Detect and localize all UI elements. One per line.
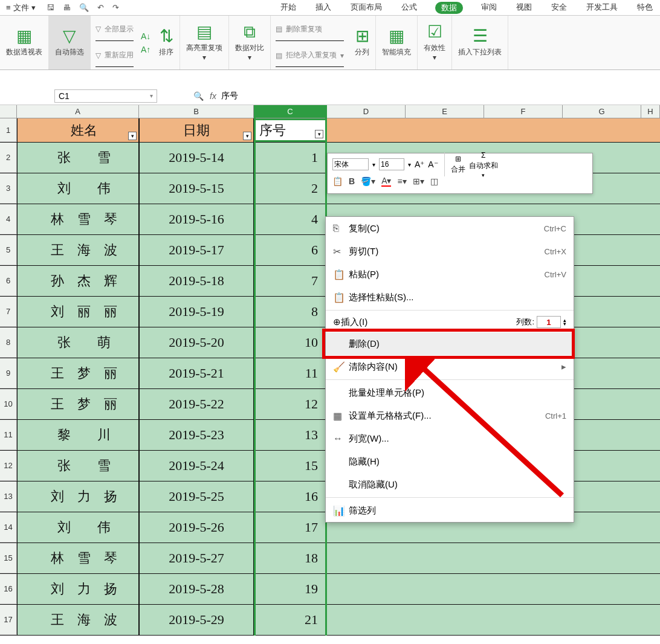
col-header-D[interactable]: D <box>327 105 406 118</box>
clipboard-icon[interactable]: 📋 <box>332 176 343 186</box>
cell-date[interactable]: 2019-5-21 <box>139 358 254 388</box>
ribbon-compare[interactable]: ⧉数据对比▾ <box>229 16 271 69</box>
empty-cells[interactable] <box>327 118 660 142</box>
row-header[interactable]: 7 <box>0 297 17 327</box>
row-header[interactable]: 11 <box>0 420 17 450</box>
cell-date[interactable]: 2019-5-16 <box>139 204 254 234</box>
autosum-button[interactable]: Σ自动求和▾ <box>469 151 498 178</box>
ctx-colwidth[interactable]: ↔列宽(W)... <box>326 427 574 450</box>
cell-name[interactable]: 刘 丽 丽 <box>17 297 139 327</box>
zoom-icon[interactable]: 🔍 <box>193 91 204 101</box>
reapply[interactable]: ▽重新应用 <box>95 45 134 68</box>
format-icon[interactable]: ◫ <box>430 176 438 186</box>
ctx-paste[interactable]: 📋粘贴(P)Ctrl+V <box>326 263 574 286</box>
sort-icons[interactable]: A↓A↑ <box>138 16 153 69</box>
cell-name[interactable]: 刘 伟 <box>17 512 139 543</box>
cell-date[interactable]: 2019-5-26 <box>139 512 254 543</box>
ctx-cut[interactable]: ✂剪切(T)Ctrl+X <box>326 240 574 263</box>
cell-name[interactable]: 刘 伟 <box>17 173 139 204</box>
ctx-filtercol[interactable]: 📊筛选列 <box>326 499 574 522</box>
cell-date[interactable]: 2019-5-28 <box>139 574 254 604</box>
font-size-input[interactable] <box>379 158 404 170</box>
col-header-H[interactable]: H <box>641 105 660 118</box>
cell-date[interactable]: 2019-5-29 <box>139 605 254 635</box>
cell-name[interactable]: 王 海 波 <box>17 605 139 635</box>
cell-seq[interactable]: 1 <box>254 143 327 173</box>
col-header-B[interactable]: B <box>139 105 254 118</box>
cell-A1[interactable]: 姓名▾ <box>17 118 139 142</box>
sort-asc-icon[interactable]: A↓ <box>141 31 150 41</box>
decrease-font-icon[interactable]: A⁻ <box>428 159 438 169</box>
fill-color-icon[interactable]: 🪣▾ <box>361 176 375 186</box>
tab-formula[interactable]: 公式 <box>400 2 418 14</box>
cell-name[interactable]: 林 雪 琴 <box>17 543 139 573</box>
cell-seq[interactable]: 12 <box>254 389 327 419</box>
ctx-copy[interactable]: ⎘复制(C)Ctrl+C <box>326 217 574 240</box>
redo-icon[interactable]: ↷ <box>112 3 119 12</box>
cell-name[interactable]: 张 雪 <box>17 143 139 173</box>
filter-button[interactable]: ▾ <box>315 130 323 138</box>
tab-security[interactable]: 安全 <box>550 2 568 14</box>
row-header[interactable]: 16 <box>0 574 17 604</box>
tab-view[interactable]: 视图 <box>515 2 533 14</box>
cell-seq[interactable]: 21 <box>254 605 327 635</box>
ctx-clear[interactable]: 🧹清除内容(N)▸ <box>326 355 574 378</box>
cell-seq[interactable]: 18 <box>254 543 327 573</box>
empty-cells[interactable] <box>327 605 660 635</box>
tab-dev[interactable]: 开发工具 <box>585 2 619 14</box>
empty-cells[interactable] <box>327 574 660 604</box>
tab-data[interactable]: 数据 <box>435 2 463 14</box>
cell-seq[interactable]: 4 <box>254 204 327 234</box>
ribbon-smartfill[interactable]: ▦智能填充 <box>376 16 418 69</box>
col-header-F[interactable]: F <box>484 105 563 118</box>
merge-button[interactable]: ⊞合并 <box>451 155 465 175</box>
cell-date[interactable]: 2019-5-17 <box>139 235 254 265</box>
row-header[interactable]: 14 <box>0 512 17 543</box>
show-all[interactable]: ▽全部显示 <box>95 18 134 41</box>
cell-name[interactable]: 王 海 波 <box>17 235 139 265</box>
tab-layout[interactable]: 页面布局 <box>349 2 383 14</box>
chevron-down-icon[interactable]: ▾ <box>372 161 375 168</box>
cell-date[interactable]: 2019-5-15 <box>139 173 254 204</box>
cell-name[interactable]: 张 雪 <box>17 451 139 481</box>
print-icon[interactable]: 🖶 <box>63 3 71 12</box>
col-header-E[interactable]: E <box>406 105 484 118</box>
select-all-corner[interactable] <box>0 105 17 118</box>
ctx-paste-special[interactable]: 📋选择性粘贴(S)... <box>326 286 574 309</box>
cell-seq[interactable]: 17 <box>254 512 327 543</box>
empty-cells[interactable] <box>327 543 660 573</box>
preview-icon[interactable]: 🔍 <box>79 3 89 12</box>
cell-seq[interactable]: 16 <box>254 481 327 512</box>
col-header-C[interactable]: C <box>254 105 327 118</box>
ribbon-splitcol[interactable]: ⊞分列 <box>349 16 376 69</box>
tab-review[interactable]: 审阅 <box>480 2 498 14</box>
chevron-down-icon[interactable]: ▾ <box>408 161 411 168</box>
font-color-icon[interactable]: A▾ <box>381 176 391 187</box>
ribbon-pivot[interactable]: ▦数据透视表 <box>0 16 49 69</box>
name-box[interactable]: C1▾ <box>54 89 157 103</box>
cell-seq[interactable]: 7 <box>254 266 327 296</box>
cell-name[interactable]: 黎 川 <box>17 420 139 450</box>
save-icon[interactable]: 🖫 <box>47 3 54 12</box>
bold-icon[interactable]: B <box>349 176 355 186</box>
cell-name[interactable]: 刘 力 扬 <box>17 574 139 604</box>
row-header[interactable]: 9 <box>0 358 17 388</box>
cell-seq[interactable]: 2 <box>254 173 327 204</box>
row-header[interactable]: 2 <box>0 143 17 173</box>
undo-icon[interactable]: ↶ <box>97 3 104 12</box>
row-header[interactable]: 8 <box>0 327 17 358</box>
cell-date[interactable]: 2019-5-18 <box>139 266 254 296</box>
font-name-input[interactable] <box>332 158 369 170</box>
row-header[interactable]: 5 <box>0 235 17 265</box>
align-icon[interactable]: ≡▾ <box>397 176 406 186</box>
ctx-batch[interactable]: 批量处理单元格(P) <box>326 381 574 404</box>
sort-desc-icon[interactable]: A↑ <box>141 45 150 54</box>
cell-name[interactable]: 张 萌 <box>17 327 139 358</box>
tab-insert[interactable]: 插入 <box>314 2 332 14</box>
cell-date[interactable]: 2019-5-25 <box>139 481 254 512</box>
ctx-format[interactable]: ▦设置单元格格式(F)...Ctrl+1 <box>326 404 574 427</box>
cell-name[interactable]: 刘 力 扬 <box>17 481 139 512</box>
row-header[interactable]: 10 <box>0 389 17 419</box>
filter-button[interactable]: ▾ <box>128 132 137 140</box>
formula-input[interactable]: 序号 <box>216 91 660 101</box>
